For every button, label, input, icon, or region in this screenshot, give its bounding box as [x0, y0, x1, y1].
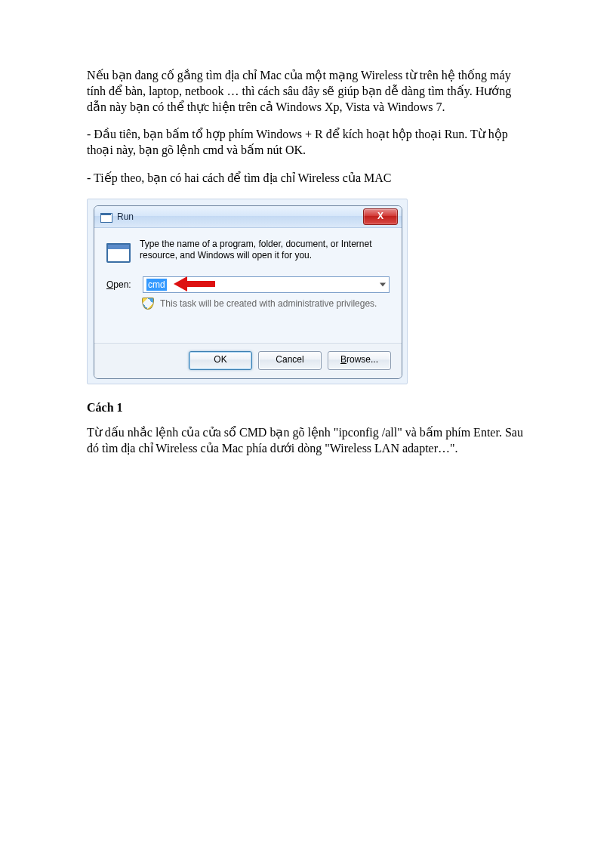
titlebar: Run X: [94, 206, 402, 228]
method1-heading: Cách 1: [87, 401, 529, 415]
chevron-down-icon[interactable]: [380, 282, 386, 286]
browse-button[interactable]: Browse...: [328, 351, 391, 370]
window-title: Run: [117, 211, 134, 222]
intro-paragraph: Nếu bạn đang cố gắng tìm địa chỉ Mac của…: [87, 68, 529, 115]
method1-paragraph: Từ dấu nhắc lệnh của cửa sổ CMD bạn gõ l…: [87, 425, 529, 457]
open-label: Open:: [106, 279, 135, 290]
open-input-value: cmd: [146, 279, 167, 291]
open-input[interactable]: cmd: [143, 276, 390, 293]
button-bar: OK Cancel Browse...: [94, 343, 402, 378]
step1-paragraph: - Đầu tiên, bạn bấm tổ hợp phím Windows …: [87, 127, 529, 159]
run-dialog: Run X Type the name of a program, folder…: [94, 205, 402, 379]
run-dialog-screenshot: Run X Type the name of a program, folder…: [87, 199, 408, 384]
ok-button[interactable]: OK: [189, 351, 252, 370]
close-button[interactable]: X: [363, 208, 398, 225]
step2-paragraph: - Tiếp theo, bạn có hai cách để tìm địa …: [87, 171, 529, 187]
run-icon-large: [106, 239, 131, 263]
run-description: Type the name of a program, folder, docu…: [140, 239, 390, 262]
run-icon: [100, 211, 112, 223]
cancel-button[interactable]: Cancel: [258, 351, 322, 370]
admin-privileges-text: This task will be created with administr…: [160, 298, 377, 309]
shield-icon: [142, 298, 154, 310]
